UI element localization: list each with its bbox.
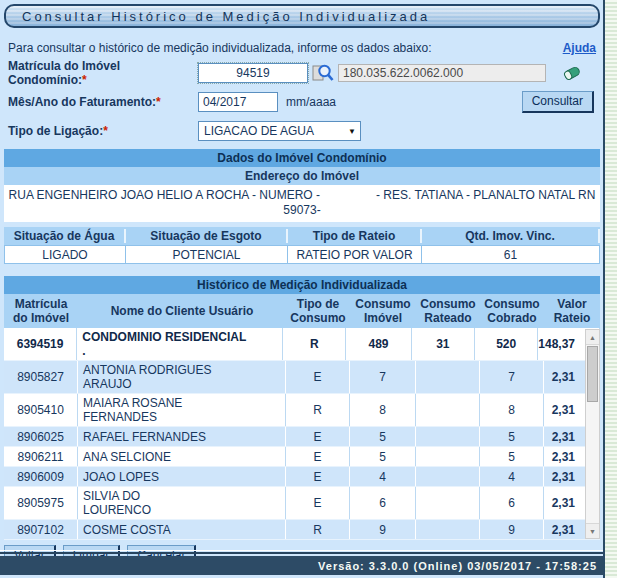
scrollbar-up-icon[interactable]: ▲ xyxy=(586,330,599,345)
header-tipo-rateio: Tipo de Rateio xyxy=(288,229,422,243)
right-edge-stripes xyxy=(603,0,617,578)
main-content: Consultar Histórico de Medição Individua… xyxy=(4,4,600,567)
cell-consumo-imovel: 489 xyxy=(346,328,411,360)
cell-consumo-cobrado: 520 xyxy=(475,328,538,360)
cell-tipo-consumo: R xyxy=(283,328,346,360)
intro-row: Para consultar o histórico de medição in… xyxy=(8,41,596,55)
mes-ano-row: Mês/Ano do Faturamento:* mm/aaaa Consult… xyxy=(8,90,596,114)
page-title: Consultar Histórico de Medição Individua… xyxy=(4,4,600,28)
mes-ano-label: Mês/Ano do Faturamento:* xyxy=(8,95,198,109)
cell-nome: SILVIA DO LOURENCO xyxy=(78,487,286,519)
cell-nome: JOAO LOPES xyxy=(78,467,286,486)
consultar-button[interactable]: Consultar xyxy=(522,91,594,113)
value-situacao-esgoto: POTENCIAL xyxy=(126,245,288,264)
matricula-label: Matrícula do Imóvel Condomínio:* xyxy=(8,59,198,87)
header-situacao-esgoto: Situação de Esgoto xyxy=(126,229,288,243)
historico-column-headers: Matrícula do Imóvel Nome do Cliente Usuá… xyxy=(4,294,600,328)
tipo-ligacao-label: Tipo de Ligação:* xyxy=(8,124,198,138)
col-nome-cliente: Nome do Cliente Usuário xyxy=(78,297,286,325)
table-row: 8905410 MAIARA ROSANE FERNANDES R 8 8 2,… xyxy=(4,394,600,427)
scrollbar-down-icon[interactable]: ▼ xyxy=(586,523,599,538)
table-row: 8906211 ANA SELCIONE E 5 5 2,31 xyxy=(4,447,600,467)
historico-section: Histórico de Medição Individualizada Mat… xyxy=(4,276,600,540)
cell-tipo-consumo: E xyxy=(286,447,350,466)
search-icon[interactable] xyxy=(312,63,334,83)
table-row: 8905975 SILVIA DO LOURENCO E 6 6 2,31 xyxy=(4,487,600,520)
cell-nome: ANA SELCIONE xyxy=(78,447,286,466)
cell-consumo-cobrado: 9 xyxy=(480,520,544,539)
endereco-parte2: - RES. TATIANA - PLANALTO NATAL RN xyxy=(376,188,595,202)
cell-tipo-consumo: R xyxy=(286,394,350,426)
date-format-hint: mm/aaaa xyxy=(286,95,336,109)
cell-nome: RAFAEL FERNANDES xyxy=(78,427,286,446)
cell-consumo-cobrado: 7 xyxy=(480,361,544,393)
cell-consumo-imovel: 5 xyxy=(350,447,416,466)
cell-consumo-cobrado: 5 xyxy=(480,447,544,466)
col-consumo-cobrado: Consumo Cobrado xyxy=(480,297,544,325)
table-row: 8906009 JOAO LOPES E 4 4 2,31 xyxy=(4,467,600,487)
version-text: Versão: 3.3.0.0 (Online) 03/05/2017 - 17… xyxy=(318,560,597,572)
cell-consumo-rateado xyxy=(416,467,480,486)
footer-divider-light xyxy=(0,550,603,551)
cell-matricula: 8905827 xyxy=(4,361,78,393)
cell-nome: ANTONIA RODRIGUES ARAUJO xyxy=(78,361,286,393)
historico-section-header: Histórico de Medição Individualizada xyxy=(4,276,600,294)
cell-consumo-imovel: 5 xyxy=(350,427,416,446)
cell-consumo-rateado: 31 xyxy=(412,328,475,360)
header-qtd-imov-vinc: Qtd. Imov. Vinc. xyxy=(422,229,600,243)
cell-matricula: 8905975 xyxy=(4,487,78,519)
matricula-input[interactable] xyxy=(198,63,308,83)
eraser-icon[interactable] xyxy=(562,64,582,83)
table-row: 8905827 ANTONIA RODRIGUES ARAUJO E 7 7 2… xyxy=(4,361,600,394)
cell-consumo-rateado xyxy=(416,394,480,426)
cell-matricula: 8906009 xyxy=(4,467,78,486)
cell-tipo-consumo: E xyxy=(286,487,350,519)
required-marker: * xyxy=(156,95,161,109)
cell-matricula: 8907102 xyxy=(4,520,78,539)
cell-consumo-rateado xyxy=(416,447,480,466)
table-row: 8906025 RAFAEL FERNANDES E 5 5 2,31 xyxy=(4,427,600,447)
col-consumo-rateado: Consumo Rateado xyxy=(416,297,480,325)
inscricao-field xyxy=(338,64,546,82)
situacao-header-row: Situação de Água Situação de Esgoto Tipo… xyxy=(4,227,600,245)
table-row: 6394519 CONDOMINIO RESIDENCIAL . R 489 3… xyxy=(4,328,600,361)
endereco-cep: 59073- xyxy=(283,203,320,217)
cell-consumo-rateado xyxy=(416,427,480,446)
cell-consumo-imovel: 8 xyxy=(350,394,416,426)
endereco-header: Endereço do Imóvel xyxy=(4,167,600,185)
cell-tipo-consumo: E xyxy=(286,361,350,393)
mes-ano-input[interactable] xyxy=(198,92,278,112)
value-tipo-rateio: RATEIO POR VALOR xyxy=(288,245,422,264)
value-situacao-agua: LIGADO xyxy=(4,245,126,264)
cell-consumo-rateado xyxy=(416,361,480,393)
col-consumo-imovel: Consumo Imóvel xyxy=(350,297,416,325)
cell-matricula: 6394519 xyxy=(4,328,77,360)
cell-consumo-rateado xyxy=(416,487,480,519)
situacao-value-row: LIGADO POTENCIAL RATEIO POR VALOR 61 xyxy=(4,245,600,264)
cell-matricula: 8906211 xyxy=(4,447,78,466)
cell-consumo-cobrado: 8 xyxy=(480,394,544,426)
tipo-ligacao-select[interactable]: LIGACAO DE AGUA ▼ xyxy=(198,121,361,141)
cell-consumo-imovel: 4 xyxy=(350,467,416,486)
col-matricula: Matrícula do Imóvel xyxy=(4,297,78,325)
value-qtd-imov-vinc: 61 xyxy=(422,245,600,264)
cell-consumo-imovel: 9 xyxy=(350,520,416,539)
cell-consumo-rateado xyxy=(416,520,480,539)
tipo-ligacao-value: LIGACAO DE AGUA xyxy=(204,124,314,138)
cell-consumo-imovel: 6 xyxy=(350,487,416,519)
cell-nome: CONDOMINIO RESIDENCIAL . xyxy=(77,328,283,360)
cell-nome: COSME COSTA xyxy=(78,520,286,539)
matricula-row: Matrícula do Imóvel Condomínio:* xyxy=(8,61,596,85)
col-tipo-consumo: Tipo de Consumo xyxy=(286,297,350,325)
help-link[interactable]: Ajuda xyxy=(563,41,596,55)
cell-matricula: 8906025 xyxy=(4,427,78,446)
cell-nome: MAIARA ROSANE FERNANDES xyxy=(78,394,286,426)
cell-matricula: 8905410 xyxy=(4,394,78,426)
cell-consumo-imovel: 7 xyxy=(350,361,416,393)
vertical-scrollbar[interactable]: ▲ ▼ xyxy=(585,329,600,539)
app-window: Consultar Histórico de Medição Individua… xyxy=(0,0,617,578)
scrollbar-thumb[interactable] xyxy=(587,346,598,402)
endereco-value: RUA ENGENHEIRO JOAO HELIO A ROCHA - NUME… xyxy=(4,185,600,223)
cell-tipo-consumo: E xyxy=(286,467,350,486)
cell-consumo-cobrado: 6 xyxy=(480,487,544,519)
